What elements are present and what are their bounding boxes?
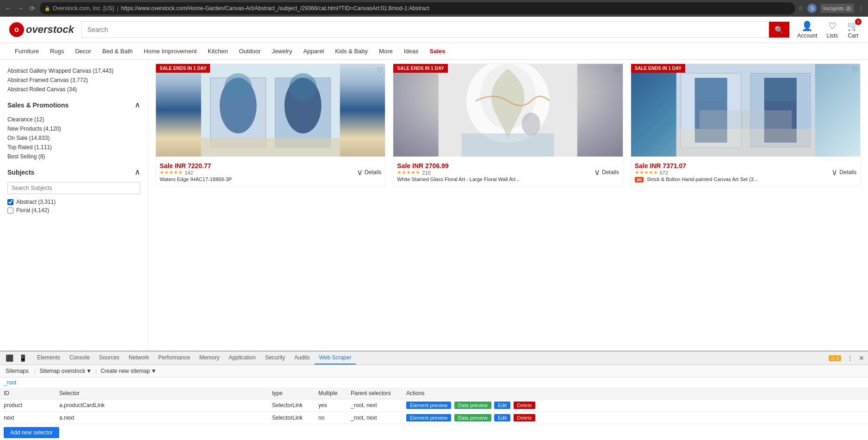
nav-kitchen[interactable]: Kitchen bbox=[202, 43, 233, 59]
nav-more[interactable]: More bbox=[373, 43, 398, 59]
tab-sources[interactable]: Sources bbox=[94, 352, 124, 365]
nav-rugs[interactable]: Rugs bbox=[44, 43, 69, 59]
star-button[interactable]: ☆ bbox=[798, 5, 804, 12]
device-toggle-button[interactable]: 📱 bbox=[17, 352, 29, 364]
next-edit-button[interactable]: Edit bbox=[494, 414, 510, 421]
sitemaps-button[interactable]: Sitemaps bbox=[4, 367, 31, 375]
nav-outdoor[interactable]: Outdoor bbox=[233, 43, 266, 59]
reload-button[interactable]: ⟳ bbox=[28, 4, 37, 13]
product-delete-button[interactable]: Delete bbox=[514, 402, 536, 409]
address-url: https://www.overstock.com/Home-Garden/Ca… bbox=[121, 5, 429, 12]
incognito-label: Incognito bbox=[823, 6, 844, 11]
dropdown-arrow: ▼ bbox=[86, 368, 92, 374]
row-next-parents: _root, next bbox=[347, 412, 403, 424]
search-button[interactable]: 🔍 bbox=[769, 22, 789, 38]
subjects-abstract-item[interactable]: Abstract (3,311) bbox=[7, 198, 140, 206]
col-header-actions: Actions bbox=[403, 388, 868, 399]
product-card-2[interactable]: SALE ENDS IN 1 DAY ♡ bbox=[393, 63, 623, 186]
inspect-element-button[interactable]: ⬛ bbox=[4, 352, 15, 364]
lock-icon: 🔒 bbox=[44, 6, 50, 11]
tab-performance[interactable]: Performance bbox=[154, 352, 195, 365]
lists-link[interactable]: ♡ Lists bbox=[826, 20, 838, 39]
details-button-1[interactable]: ∨ Details bbox=[357, 167, 382, 177]
incognito-badge: Incognito ⊘ bbox=[820, 4, 854, 13]
product-reviews-1: 142 bbox=[185, 170, 193, 176]
next-delete-button[interactable]: Delete bbox=[514, 414, 536, 421]
category-abstract-framed[interactable]: Abstract Framed Canvas (3,772) bbox=[7, 75, 140, 85]
product-card-1[interactable]: SALE ENDS IN 1 DAY ♡ bbox=[155, 63, 385, 186]
sales-new-products[interactable]: New Products (4,120) bbox=[7, 124, 140, 133]
nav-sales[interactable]: Sales bbox=[424, 43, 451, 59]
next-element-preview-button[interactable]: Element preview bbox=[406, 414, 451, 421]
search-bar: 🔍 bbox=[81, 21, 790, 38]
sales-best-selling[interactable]: Best Selling (8) bbox=[7, 152, 140, 161]
subjects-floral-checkbox[interactable] bbox=[7, 207, 13, 214]
scraper-table: ID Selector type Multiple Parent selecto… bbox=[0, 388, 868, 424]
sale-badge-2: SALE ENDS IN 1 DAY bbox=[393, 64, 447, 73]
add-selector-button[interactable]: Add new selector bbox=[4, 427, 59, 438]
col-header-type: type bbox=[268, 388, 315, 399]
row-product-multiple: yes bbox=[315, 399, 347, 412]
create-sitemap-dropdown[interactable]: Create new sitemap ▼ bbox=[100, 368, 156, 374]
back-button[interactable]: ← bbox=[4, 4, 13, 13]
wishlist-button-2[interactable]: ♡ bbox=[614, 66, 621, 75]
svg-rect-12 bbox=[462, 133, 554, 157]
tab-security[interactable]: Security bbox=[260, 352, 290, 365]
subjects-toggle[interactable]: ∧ bbox=[135, 168, 140, 176]
next-data-preview-button[interactable]: Data preview bbox=[454, 414, 491, 421]
subjects-search-input[interactable] bbox=[7, 182, 140, 194]
forward-button[interactable]: → bbox=[16, 4, 25, 13]
breadcrumb[interactable]: _root bbox=[0, 377, 868, 388]
tab-memory[interactable]: Memory bbox=[195, 352, 224, 365]
tab-network[interactable]: Network bbox=[124, 352, 154, 365]
product-reviews-2: 210 bbox=[422, 170, 430, 176]
search-input[interactable] bbox=[82, 22, 769, 38]
product-card-3[interactable]: SALE ENDS IN 1 DAY ♡ bbox=[631, 63, 861, 186]
subjects-floral-item[interactable]: Floral (4,142) bbox=[7, 206, 140, 214]
nav-ideas[interactable]: Ideas bbox=[398, 43, 424, 59]
sales-on-sale[interactable]: On Sale (14,833) bbox=[7, 133, 140, 143]
main-layout: Abstract Gallery Wrapped Canvas (17,443)… bbox=[0, 60, 868, 351]
nav-jewelry[interactable]: Jewelry bbox=[266, 43, 298, 59]
nav-bed-bath[interactable]: Bed & Bath bbox=[97, 43, 138, 59]
product-edit-button[interactable]: Edit bbox=[494, 402, 510, 409]
nav-home-improvement[interactable]: Home Improvement bbox=[138, 43, 202, 59]
sales-promotions-toggle[interactable]: ∧ bbox=[135, 101, 140, 109]
category-abstract-gallery[interactable]: Abstract Gallery Wrapped Canvas (17,443) bbox=[7, 66, 140, 75]
toolbar-separator-2: | bbox=[95, 368, 97, 375]
logo[interactable]: o overstock bbox=[9, 22, 74, 37]
sales-clearance[interactable]: Clearance (12) bbox=[7, 115, 140, 124]
product-element-preview-button[interactable]: Element preview bbox=[406, 402, 451, 409]
profile-button[interactable]: S bbox=[807, 4, 817, 13]
site-header: o overstock 🔍 👤 Account ♡ Lists 🛒 0 Cart bbox=[0, 17, 868, 43]
product-data-preview-button[interactable]: Data preview bbox=[454, 402, 491, 409]
address-bar[interactable]: 🔒 Overstock.com, Inc. [US] | https://www… bbox=[40, 2, 795, 14]
tab-elements[interactable]: Elements bbox=[32, 352, 65, 365]
nav-apparel[interactable]: Apparel bbox=[298, 43, 329, 59]
tab-console[interactable]: Console bbox=[65, 352, 94, 365]
tab-audits[interactable]: Audits bbox=[290, 352, 314, 365]
sales-promotions-section: Sales & Promotions ∧ Clearance (12) New … bbox=[7, 101, 140, 161]
nav-furniture[interactable]: Furniture bbox=[9, 43, 44, 59]
tab-web-scraper[interactable]: Web Scraper bbox=[315, 352, 356, 365]
sales-top-rated[interactable]: Top Rated (1,111) bbox=[7, 143, 140, 152]
header-actions: 👤 Account ♡ Lists 🛒 0 Cart bbox=[797, 20, 859, 39]
wishlist-button-1[interactable]: ♡ bbox=[377, 66, 383, 75]
details-button-3[interactable]: ∨ Details bbox=[831, 167, 856, 177]
nav-decor[interactable]: Decor bbox=[69, 43, 97, 59]
tab-application[interactable]: Application bbox=[224, 352, 260, 365]
devtools-more-button[interactable]: ⋮ bbox=[845, 352, 855, 364]
devtools-close-button[interactable]: ✕ bbox=[859, 354, 864, 362]
sitemap-dropdown[interactable]: Sitemap overstock ▼ bbox=[39, 368, 92, 374]
cart-link[interactable]: 🛒 0 Cart bbox=[847, 20, 859, 39]
subjects-abstract-checkbox[interactable] bbox=[7, 199, 13, 205]
details-chevron-3: ∨ bbox=[831, 167, 837, 177]
wishlist-button-3[interactable]: ♡ bbox=[852, 66, 858, 75]
category-abstract-rolled[interactable]: Abstract Rolled Canvas (34) bbox=[7, 85, 140, 94]
account-link[interactable]: 👤 Account bbox=[797, 20, 817, 39]
nav-kids-baby[interactable]: Kids & Baby bbox=[329, 43, 373, 59]
details-button-2[interactable]: ∨ Details bbox=[594, 167, 619, 177]
menu-button[interactable]: ⋮ bbox=[858, 5, 864, 12]
product-details-row-2: Sale INR 2706.99 ★★★★★ 210 White Stained… bbox=[397, 162, 619, 182]
details-label-2: Details bbox=[602, 169, 619, 176]
